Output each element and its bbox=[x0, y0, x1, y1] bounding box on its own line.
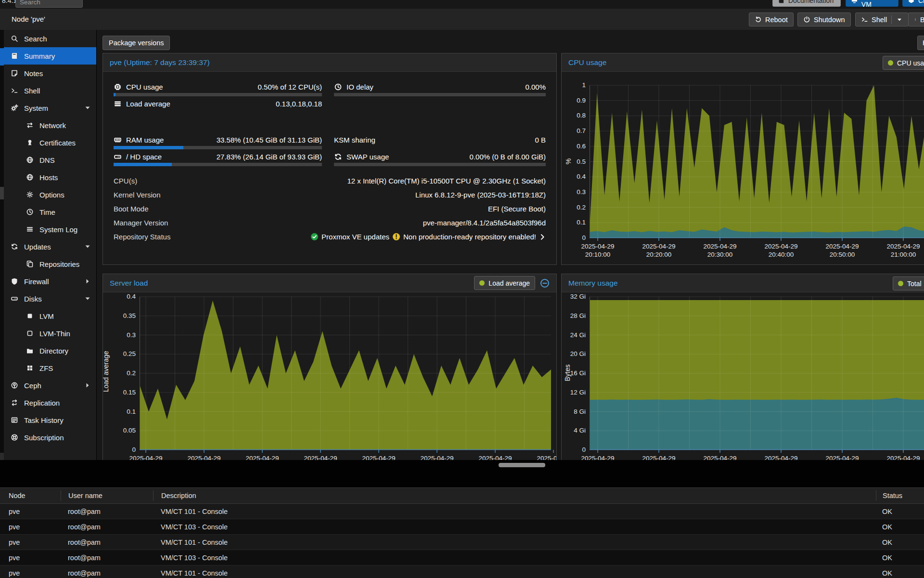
power-icon bbox=[803, 16, 810, 23]
column-header-status[interactable]: Status bbox=[876, 490, 924, 501]
check-circle-icon bbox=[310, 233, 319, 241]
create-ct-button[interactable]: Create CT bbox=[902, 0, 924, 7]
shutdown-button[interactable]: Shutdown bbox=[797, 13, 851, 26]
table-row[interactable]: pveroot@pamVM/CT 101 - ConsoleOK bbox=[0, 535, 924, 550]
sidebar-item-system-log[interactable]: System Log bbox=[4, 221, 96, 238]
info-label: Kernel Version bbox=[114, 191, 161, 199]
chevron-right-icon[interactable] bbox=[539, 234, 546, 240]
legend-label: CPU usage bbox=[897, 59, 924, 67]
sidebar-item-summary[interactable]: Summary bbox=[4, 47, 96, 65]
info-value: EFI (Secure Boot) bbox=[149, 205, 546, 213]
repo-warn-text: Non production-ready repository enabled! bbox=[403, 233, 536, 241]
sidebar-item-zfs[interactable]: ZFS bbox=[4, 359, 96, 377]
gauge-value: 0.50% of 12 CPU(s) bbox=[258, 83, 322, 91]
info-label: CPU(s) bbox=[114, 177, 137, 185]
sidebar-item-directory[interactable]: Directory bbox=[4, 342, 96, 359]
tree-selected-sliver bbox=[0, 48, 4, 66]
sidebar-item-ceph[interactable]: Ceph bbox=[4, 377, 96, 394]
global-search-input[interactable]: Search bbox=[15, 0, 83, 8]
legend-total[interactable]: Total bbox=[893, 276, 924, 290]
sidebar-item-repositories[interactable]: Repositories bbox=[4, 255, 96, 273]
legend-load-average[interactable]: Load average bbox=[474, 276, 535, 290]
info-value: 12 x Intel(R) Core(TM) i5-10500T CPU @ 2… bbox=[137, 177, 546, 185]
shell-button[interactable]: Shell bbox=[855, 13, 909, 26]
y-tick-label: 1 bbox=[565, 81, 586, 89]
sidebar-item-label: Repositories bbox=[39, 260, 79, 268]
sidebar-item-label: Shell bbox=[24, 87, 40, 95]
sidebar-item-task-history[interactable]: Task History bbox=[4, 411, 96, 429]
column-header-node[interactable]: Node bbox=[0, 490, 61, 501]
cell-status: OK bbox=[876, 539, 924, 546]
cell-status: OK bbox=[876, 569, 924, 577]
sidebar-item-options[interactable]: Options bbox=[4, 186, 96, 203]
sidebar-item-lvm[interactable]: LVM bbox=[4, 307, 96, 325]
gauge-ram-usage: RAM usage33.58% (10.45 GiB of 31.13 GiB) bbox=[114, 133, 322, 150]
cell-description: VM/CT 103 - Console bbox=[153, 554, 876, 562]
sidebar-item-network[interactable]: Network bbox=[4, 117, 96, 134]
sidebar-item-time[interactable]: Time bbox=[4, 203, 96, 221]
table-row[interactable]: pveroot@pamVM/CT 101 - ConsoleOK bbox=[0, 565, 924, 578]
table-row[interactable]: pveroot@pamVM/CT 103 - ConsoleOK bbox=[0, 519, 924, 535]
repo-ok-text: Proxmox VE updates bbox=[321, 233, 389, 241]
cell-node: pve bbox=[0, 554, 61, 562]
sidebar-item-dns[interactable]: DNS bbox=[4, 151, 96, 169]
y-tick-label: 8 Gi bbox=[565, 408, 586, 415]
cell-user-name: root@pam bbox=[61, 554, 153, 562]
pve-version: 8.4.1 bbox=[2, 0, 17, 4]
x-tick-label: 2025-04-2920:10:00 bbox=[571, 242, 624, 259]
y-tick-label: 4 Gi bbox=[565, 427, 586, 434]
y-tick-label: 24 Gi bbox=[565, 331, 586, 339]
help-button[interactable]: Help bbox=[917, 36, 924, 50]
sidebar-item-disks[interactable]: Disks bbox=[4, 290, 96, 307]
sidebar-item-hosts[interactable]: Hosts bbox=[4, 169, 96, 186]
monitor-icon bbox=[851, 0, 858, 4]
globe-icon bbox=[26, 173, 34, 181]
y-tick-label: 12 Gi bbox=[565, 389, 586, 396]
sidebar-item-shell[interactable]: Shell bbox=[4, 82, 96, 99]
node-info-rows: CPU(s)12 x Intel(R) Core(TM) i5-10500T C… bbox=[114, 174, 546, 244]
horizontal-scrollbar-thumb[interactable] bbox=[499, 463, 545, 467]
bulk-actions-button[interactable]: Bulk Actions bbox=[908, 13, 924, 26]
create-vm-button[interactable]: Create VM bbox=[846, 0, 898, 7]
sidebar-item-replication[interactable]: Replication bbox=[4, 394, 96, 411]
sidebar-item-certificates[interactable]: Certificates bbox=[4, 134, 96, 151]
sidebar-item-firewall[interactable]: Firewall bbox=[4, 273, 96, 290]
gauge-progressbar bbox=[334, 163, 546, 166]
sidebar-item-system[interactable]: System bbox=[4, 99, 96, 117]
sidebar-item-label: Network bbox=[39, 121, 66, 130]
gauge-ksm-sharing: KSM sharing0 B bbox=[334, 133, 546, 150]
caret-right-icon bbox=[84, 381, 91, 389]
warning-circle-icon bbox=[392, 233, 400, 241]
gauge-label: RAM usage bbox=[126, 136, 217, 144]
column-header-user-name[interactable]: User name bbox=[61, 490, 153, 501]
sidebar-item-label: ZFS bbox=[39, 364, 53, 372]
info-value: Proxmox VE updatesNon production-ready r… bbox=[170, 233, 546, 241]
sidebar-item-notes[interactable]: Notes bbox=[4, 65, 96, 82]
legend-dot bbox=[479, 280, 485, 286]
column-header-description[interactable]: Description bbox=[153, 490, 876, 501]
reboot-button[interactable]: Reboot bbox=[749, 13, 794, 26]
legend-cpu-usage[interactable]: CPU usage bbox=[883, 56, 924, 70]
sidebar-item-subscription[interactable]: Subscription bbox=[4, 429, 96, 446]
hdd-icon bbox=[114, 153, 122, 161]
y-tick-label: 0.1 bbox=[115, 408, 136, 415]
y-tick-label: 0.25 bbox=[115, 350, 136, 357]
chart-header: Server loadLoad average bbox=[103, 274, 556, 292]
sidebar-item-label: Search bbox=[24, 35, 47, 43]
table-row[interactable]: pveroot@pamVM/CT 101 - ConsoleOK bbox=[0, 504, 924, 519]
book-icon bbox=[11, 52, 18, 60]
y-tick-label: 0.4 bbox=[115, 293, 136, 300]
y-tick-label: 0.35 bbox=[115, 312, 136, 319]
collapse-icon[interactable] bbox=[540, 278, 550, 288]
chart-plot bbox=[590, 297, 924, 454]
chart-header: Memory usage bbox=[562, 274, 924, 292]
sidebar-item-search[interactable]: Search bbox=[4, 30, 96, 47]
sidebar-item-lvm-thin[interactable]: LVM-Thin bbox=[4, 325, 96, 342]
package-versions-button[interactable]: Package versions bbox=[103, 36, 170, 50]
legend-label: Load average bbox=[488, 279, 530, 287]
info-row-boot-mode: Boot ModeEFI (Secure Boot) bbox=[114, 202, 546, 216]
documentation-button[interactable]: Documentation bbox=[772, 0, 841, 7]
sidebar-item-updates[interactable]: Updates bbox=[4, 238, 96, 255]
sidebar-item-label: System bbox=[24, 104, 48, 112]
table-row[interactable]: pveroot@pamVM/CT 103 - ConsoleOK bbox=[0, 550, 924, 565]
